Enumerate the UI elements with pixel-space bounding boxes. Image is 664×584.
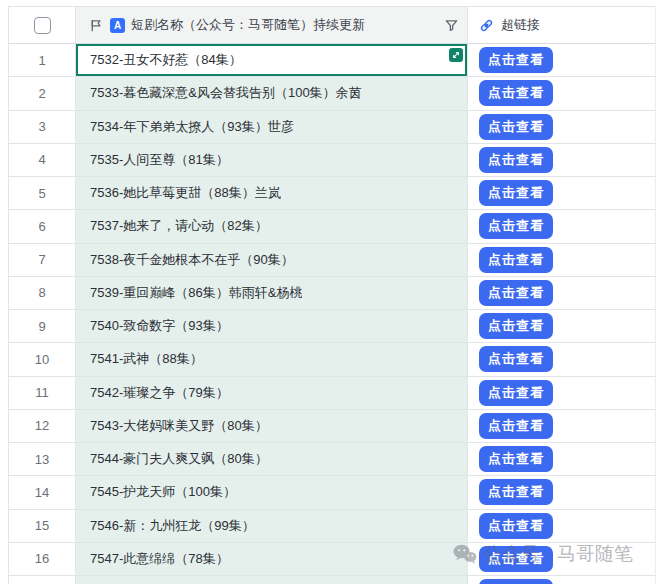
view-link-button[interactable]: 点击查看 <box>479 446 553 472</box>
name-cell[interactable]: 7538-夜千金她根本不在乎（90集） <box>76 244 468 277</box>
view-link-button[interactable]: 点击查看 <box>479 280 553 306</box>
name-cell[interactable]: 7542-璀璨之争（79集） <box>76 377 468 410</box>
row-number-cell[interactable]: 9 <box>9 310 76 343</box>
drama-title: 7537-她来了，请心动（82集） <box>90 217 268 235</box>
row-number-cell[interactable]: 11 <box>9 377 76 410</box>
link-cell: 点击查看 <box>468 44 656 77</box>
name-cell[interactable]: 7537-她来了，请心动（82集） <box>76 210 468 243</box>
view-link-button[interactable]: 点击查看 <box>479 546 553 572</box>
view-link-button[interactable]: 点击查看 <box>479 247 553 273</box>
row-number-cell[interactable]: 5 <box>9 177 76 210</box>
row-number: 1 <box>38 53 45 68</box>
row-number: 6 <box>38 219 45 234</box>
table-row: 5 7536-她比草莓更甜（88集）兰岚 点击查看 <box>9 177 655 210</box>
table-row: 12 7543-大佬妈咪美又野（80集） 点击查看 <box>9 410 655 443</box>
name-cell[interactable]: 7540-致命数字（93集） <box>76 310 468 343</box>
drama-title: 7540-致命数字（93集） <box>90 317 229 335</box>
row-number-cell[interactable]: 13 <box>9 443 76 476</box>
view-link-button[interactable]: 点击查看 <box>479 313 553 339</box>
link-cell: 点击查看 <box>468 443 656 476</box>
link-cell: 点击查看 <box>468 343 656 376</box>
row-number-cell[interactable]: 4 <box>9 144 76 177</box>
table-row: 11 7542-璀璨之争（79集） 点击查看 <box>9 377 655 410</box>
name-cell[interactable]: 7539-重回巅峰（86集）韩雨轩&杨桃 <box>76 277 468 310</box>
view-link-button[interactable]: 点击查看 <box>479 180 553 206</box>
drama-title: 7544-豪门夫人爽又飒（80集） <box>90 450 268 468</box>
name-cell[interactable]: 7535-人间至尊（81集） <box>76 144 468 177</box>
filter-icon[interactable] <box>444 18 459 33</box>
name-cell[interactable]: 7545-护龙天师（100集） <box>76 476 468 509</box>
row-number-cell[interactable]: 16 <box>9 543 76 576</box>
link-column-header[interactable]: 超链接 <box>468 7 656 44</box>
row-number-cell[interactable] <box>9 576 76 584</box>
drama-title: 7538-夜千金她根本不在乎（90集） <box>90 251 294 269</box>
row-number-cell[interactable]: 14 <box>9 476 76 509</box>
name-cell[interactable]: 7533-暮色藏深意&风会替我告别（100集）余茵 <box>76 77 468 110</box>
view-link-button[interactable]: 点击查看 <box>479 114 553 140</box>
row-number-cell[interactable]: 6 <box>9 210 76 243</box>
flag-icon <box>89 18 104 33</box>
row-number: 10 <box>35 352 49 367</box>
row-number: 11 <box>35 385 49 400</box>
row-number-cell[interactable]: 10 <box>9 343 76 376</box>
name-cell[interactable]: 7544-豪门夫人爽又飒（80集） <box>76 443 468 476</box>
name-cell[interactable]: 7534-年下弟弟太撩人（93集）世彦 <box>76 111 468 144</box>
row-number-cell[interactable]: 1 <box>9 44 76 77</box>
link-column-title: 超链接 <box>501 16 540 34</box>
row-number-cell[interactable]: 8 <box>9 277 76 310</box>
row-number: 15 <box>35 518 49 533</box>
link-cell: 点击查看 <box>468 177 656 210</box>
view-link-button[interactable]: 点击查看 <box>479 80 553 106</box>
bitable-grid: A 短剧名称（公众号：马哥随笔）持续更新 <box>0 0 664 584</box>
name-column-title: 短剧名称（公众号：马哥随笔）持续更新 <box>131 16 365 34</box>
name-cell[interactable] <box>76 576 468 584</box>
drama-title: 7536-她比草莓更甜（88集）兰岚 <box>90 184 281 202</box>
link-cell: 点击查看 <box>468 476 656 509</box>
view-link-button[interactable]: 点击查看 <box>479 380 553 406</box>
row-number: 16 <box>35 551 49 566</box>
table-row: 15 7546-新：九州狂龙（99集） 点击查看 <box>9 510 655 543</box>
name-cell[interactable]: 7536-她比草莓更甜（88集）兰岚 <box>76 177 468 210</box>
view-link-button[interactable]: 点击查看 <box>479 413 553 439</box>
expand-record-button[interactable] <box>449 48 463 62</box>
row-number: 4 <box>38 152 45 167</box>
name-cell[interactable]: 7546-新：九州狂龙（99集） <box>76 510 468 543</box>
table-row: 点击查看 <box>9 576 655 584</box>
view-link-button[interactable]: 点击查看 <box>479 513 553 539</box>
link-cell: 点击查看 <box>468 410 656 443</box>
view-link-button[interactable]: 点击查看 <box>479 47 553 73</box>
scrollbar-track[interactable] <box>655 6 664 584</box>
drama-title: 7535-人间至尊（81集） <box>90 151 229 169</box>
table-header: A 短剧名称（公众号：马哥随笔）持续更新 <box>9 7 655 44</box>
name-cell[interactable]: 7532-丑女不好惹（84集） <box>76 44 468 77</box>
drama-title: 7532-丑女不好惹（84集） <box>90 51 242 69</box>
select-all-cell <box>9 7 76 44</box>
view-link-button[interactable]: 点击查看 <box>479 346 553 372</box>
select-all-checkbox[interactable] <box>34 17 51 34</box>
view-link-button[interactable]: 点击查看 <box>479 147 553 173</box>
link-cell: 点击查看 <box>468 244 656 277</box>
table-row: 8 7539-重回巅峰（86集）韩雨轩&杨桃 点击查看 <box>9 277 655 310</box>
table-row: 3 7534-年下弟弟太撩人（93集）世彦 点击查看 <box>9 111 655 144</box>
view-link-button[interactable]: 点击查看 <box>479 479 553 505</box>
name-cell[interactable]: 7543-大佬妈咪美又野（80集） <box>76 410 468 443</box>
name-cell[interactable]: 7541-武神（88集） <box>76 343 468 376</box>
row-number-cell[interactable]: 12 <box>9 410 76 443</box>
row-number-cell[interactable]: 15 <box>9 510 76 543</box>
table-row: 2 7533-暮色藏深意&风会替我告别（100集）余茵 点击查看 <box>9 77 655 110</box>
view-link-button[interactable]: 点击查看 <box>479 213 553 239</box>
row-number-cell[interactable]: 3 <box>9 111 76 144</box>
link-cell: 点击查看 <box>468 510 656 543</box>
table-row: 10 7541-武神（88集） 点击查看 <box>9 343 655 376</box>
drama-title: 7543-大佬妈咪美又野（80集） <box>90 417 268 435</box>
table-row: 14 7545-护龙天师（100集） 点击查看 <box>9 476 655 509</box>
drama-title: 7546-新：九州狂龙（99集） <box>90 517 255 535</box>
table-row: 6 7537-她来了，请心动（82集） 点击查看 <box>9 210 655 243</box>
link-cell: 点击查看 <box>468 377 656 410</box>
name-cell[interactable]: 7547-此意绵绵（78集） <box>76 543 468 576</box>
link-cell: 点击查看 <box>468 310 656 343</box>
name-column-header[interactable]: A 短剧名称（公众号：马哥随笔）持续更新 <box>76 7 468 44</box>
view-link-button[interactable]: 点击查看 <box>479 579 553 584</box>
row-number-cell[interactable]: 7 <box>9 244 76 277</box>
row-number-cell[interactable]: 2 <box>9 77 76 110</box>
